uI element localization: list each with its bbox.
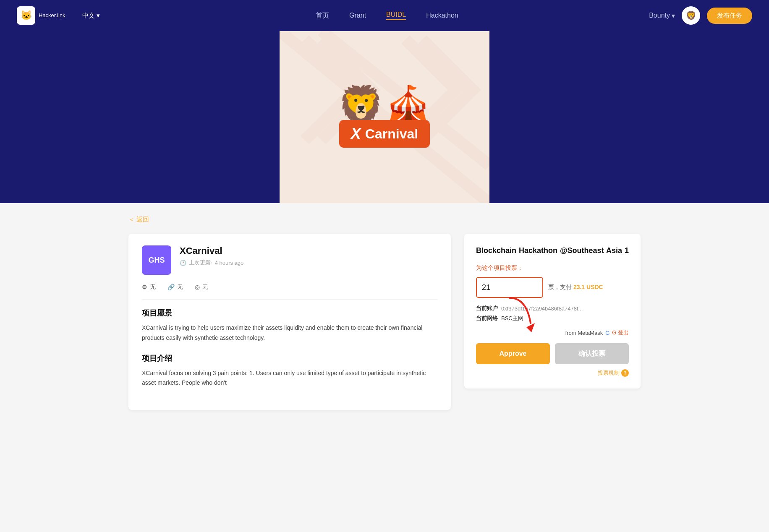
nav-buidl[interactable]: BUIDL: [386, 11, 406, 20]
google-icon: G: [605, 330, 609, 336]
metamask-row: from MetaMask G G 登出: [476, 329, 629, 336]
section2-text: XCarnival focus on solving 3 pain points…: [142, 368, 437, 389]
project-badge: GHS: [142, 245, 171, 275]
sidebar: Blockchain Hackathon @Southeast Asia 1 为…: [464, 234, 641, 389]
vote-label: 为这个项目投票：: [476, 264, 629, 272]
wallet-network-row: 当前网络 BSC主网: [476, 315, 629, 322]
updated-time: 4 hours ago: [215, 260, 244, 266]
account-value: 0xf373df1b7f2a94b486f8a7478f...: [501, 305, 583, 312]
nav-home[interactable]: 首页: [316, 11, 329, 20]
project-detail-card: GHS XCarnival 🕐 上次更新· 4 hours ago ⚙ 无 🔗: [128, 234, 451, 410]
divider: [142, 299, 437, 300]
nav-links: 首页 Grant BUIDL Hackathon: [125, 11, 649, 20]
project-updated: 🕐 上次更新· 4 hours ago: [180, 259, 243, 266]
project-links: ⚙ 无 🔗 无 ◎ 无: [142, 283, 437, 291]
account-label: 当前账户: [476, 305, 498, 312]
logout-link[interactable]: G 登出: [612, 329, 629, 336]
link-icon: 🔗: [167, 284, 175, 290]
confirm-vote-button[interactable]: 确认投票: [555, 343, 629, 364]
vote-input-row: 票，支付 23.1 USDC: [476, 277, 629, 298]
wallet-info: 当前账户 0xf373df1b7f2a94b486f8a7478f... 当前网…: [476, 305, 629, 322]
btn-row: Approve 确认投票: [476, 343, 629, 364]
website-label: 无: [177, 283, 183, 291]
vote-input[interactable]: [476, 277, 543, 298]
nav-right: Bounty ▾ 🦁 发布任务: [649, 6, 752, 25]
logo-icon: 🐱: [17, 6, 35, 25]
publish-button[interactable]: 发布任务: [707, 8, 752, 24]
hackathon-title: Blockchain Hackathon @Southeast Asia 1: [476, 245, 629, 256]
section2-title: 项目介绍: [142, 353, 437, 363]
main-layout: GHS XCarnival 🕐 上次更新· 4 hours ago ⚙ 无 🔗: [128, 234, 641, 410]
network-label: 当前网络: [476, 315, 498, 322]
website-link[interactable]: 🔗 无: [167, 283, 183, 291]
wallet-account-row: 当前账户 0xf373df1b7f2a94b486f8a7478f...: [476, 305, 629, 312]
sidebar-card: Blockchain Hackathon @Southeast Asia 1 为…: [464, 234, 641, 389]
vote-mechanism-link[interactable]: 投票机制 ?: [476, 369, 629, 377]
project-name: XCarnival: [180, 245, 243, 256]
nav-hackathon[interactable]: Hackathon: [426, 12, 458, 19]
vote-mechanism-label: 投票机制: [598, 369, 620, 377]
help-icon: ?: [621, 369, 629, 377]
chevron-down-icon: ▾: [672, 12, 675, 20]
other-label: 无: [202, 283, 208, 291]
vote-cost-text: 票，支付 23.1 USDC: [548, 284, 603, 291]
logo[interactable]: 🐱 Hacker.link: [17, 6, 65, 25]
section1-title: 项目愿景: [142, 308, 437, 318]
content-area: ＜ 返回 GHS XCarnival 🕐 上次更新· 4 hours ago ⚙: [112, 203, 657, 422]
network-value: BSC主网: [501, 315, 523, 322]
github-link[interactable]: ⚙ 无: [142, 283, 156, 291]
hero-image: 🦁🎪 X Carnival: [280, 31, 489, 203]
metamask-label: from MetaMask: [565, 330, 603, 336]
nav-bounty[interactable]: Bounty ▾: [649, 12, 675, 20]
project-info: XCarnival 🕐 上次更新· 4 hours ago: [180, 245, 243, 266]
vote-cost-amount: 23.1 USDC: [573, 284, 603, 290]
svg-line-0: [280, 31, 489, 203]
logo-text: Hacker.link: [39, 12, 65, 19]
hero-banner: 🦁🎪 X Carnival: [0, 31, 769, 203]
language-label: 中文: [82, 12, 95, 20]
section1-text: XCarnival is trying to help users maximi…: [142, 323, 437, 343]
navbar: 🐱 Hacker.link 中文 ▾ 首页 Grant BUIDL Hackat…: [0, 0, 769, 31]
chevron-down-icon: ▾: [97, 12, 100, 19]
bounty-label: Bounty: [649, 12, 670, 19]
updated-prefix: 上次更新·: [189, 259, 212, 266]
other-link[interactable]: ◎ 无: [195, 283, 208, 291]
github-label: 无: [150, 283, 156, 291]
circle-icon: ◎: [195, 284, 200, 290]
back-link[interactable]: ＜ 返回: [128, 216, 641, 224]
approve-button[interactable]: Approve: [476, 343, 550, 364]
language-switcher[interactable]: 中文 ▾: [82, 12, 100, 20]
nav-grant[interactable]: Grant: [349, 12, 366, 19]
clock-icon: 🕐: [180, 260, 186, 266]
user-avatar[interactable]: 🦁: [682, 6, 700, 25]
github-icon: ⚙: [142, 284, 147, 290]
project-header: GHS XCarnival 🕐 上次更新· 4 hours ago: [142, 245, 437, 275]
